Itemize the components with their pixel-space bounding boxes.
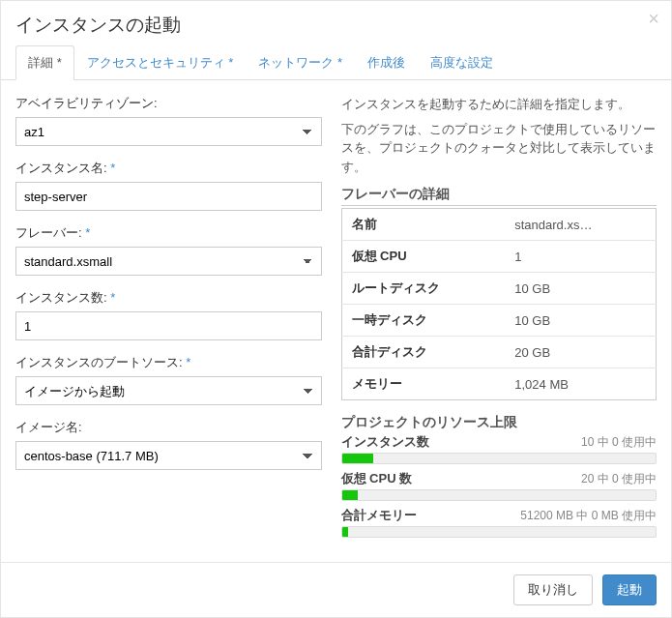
project-limits-title: プロジェクトのリソース上限 [341, 414, 657, 431]
tab-advanced[interactable]: 高度な設定 [418, 45, 506, 80]
form-column: アベイラビリティゾーン: az1 インスタンス名: * フレーバー: * sta… [15, 95, 336, 547]
detail-key-name: 名前 [341, 209, 505, 241]
modal-body: アベイラビリティゾーン: az1 インスタンス名: * フレーバー: * sta… [1, 80, 671, 562]
flavor-label: フレーバー: * [15, 224, 322, 242]
progress-bar-instances [342, 454, 373, 463]
detail-val-name: standard.xs… [505, 209, 656, 241]
info-column: インスタンスを起動するために詳細を指定します。 下のグラフは、このプロジェクトで… [336, 95, 657, 547]
limit-name-memory: 合計メモリー [341, 507, 417, 524]
image-name-select[interactable]: centos-base (711.7 MB) [15, 441, 322, 470]
progress-memory [341, 526, 657, 538]
modal-header: インスタンスの起動 × [1, 1, 671, 45]
progress-bar-memory [342, 527, 348, 537]
limit-stat-instances: 10 中 0 使用中 [581, 434, 657, 451]
progress-instances [341, 453, 657, 464]
detail-val-memory: 1,024 MB [505, 368, 656, 400]
tab-network[interactable]: ネットワーク * [246, 45, 355, 80]
flavor-select[interactable]: standard.xsmall [15, 247, 322, 276]
limit-name-instances: インスタンス数 [341, 433, 429, 451]
detail-val-vcpu: 1 [505, 241, 656, 273]
availability-zone-select[interactable]: az1 [15, 117, 322, 146]
modal-footer: 取り消し 起動 [1, 562, 671, 617]
progress-bar-vcpus [342, 490, 358, 500]
tab-access-security[interactable]: アクセスとセキュリティ * [74, 45, 247, 80]
limit-instances: インスタンス数 10 中 0 使用中 [341, 433, 657, 464]
flavor-details-table: 名前 standard.xs… 仮想 CPU 1 ルートディスク 10 GB 一… [341, 208, 657, 400]
detail-key-rootdisk: ルートディスク [341, 273, 505, 305]
availability-zone-label: アベイラビリティゾーン: [15, 95, 322, 112]
instance-count-label: インスタンス数: * [15, 289, 322, 307]
flavor-details-title: フレーバーの詳細 [341, 186, 657, 206]
cancel-button[interactable]: 取り消し [513, 574, 593, 605]
tab-post-creation[interactable]: 作成後 [355, 45, 418, 80]
detail-val-rootdisk: 10 GB [505, 273, 656, 305]
launch-button[interactable]: 起動 [602, 574, 657, 605]
close-icon[interactable]: × [648, 9, 659, 28]
table-row: 仮想 CPU 1 [341, 241, 657, 273]
launch-instance-modal: インスタンスの起動 × 詳細 * アクセスとセキュリティ * ネットワーク * … [0, 0, 672, 618]
boot-source-label: インスタンスのブートソース: * [15, 354, 322, 371]
table-row: メモリー 1,024 MB [341, 368, 657, 400]
limit-memory: 合計メモリー 51200 MB 中 0 MB 使用中 [341, 507, 657, 538]
table-row: ルートディスク 10 GB [341, 273, 657, 305]
limit-vcpus: 仮想 CPU 数 20 中 0 使用中 [341, 470, 657, 501]
instance-count-input[interactable] [15, 311, 322, 340]
detail-val-totaldisk: 20 GB [505, 337, 656, 368]
detail-val-tmpdisk: 10 GB [505, 305, 656, 337]
limit-name-vcpus: 仮想 CPU 数 [341, 470, 413, 487]
limit-stat-vcpus: 20 中 0 使用中 [581, 471, 657, 487]
instance-name-label: インスタンス名: * [15, 160, 322, 177]
instance-name-input[interactable] [15, 182, 322, 211]
progress-vcpus [341, 489, 657, 501]
detail-key-tmpdisk: 一時ディスク [341, 305, 505, 337]
detail-key-memory: メモリー [341, 368, 505, 400]
table-row: 合計ディスク 20 GB [341, 337, 657, 368]
description-1: インスタンスを起動するために詳細を指定します。 [341, 95, 657, 114]
detail-key-vcpu: 仮想 CPU [341, 241, 505, 273]
table-row: 一時ディスク 10 GB [341, 305, 657, 337]
detail-key-totaldisk: 合計ディスク [341, 337, 505, 368]
image-name-label: イメージ名: [15, 419, 322, 436]
boot-source-select[interactable]: イメージから起動 [15, 376, 322, 405]
modal-title: インスタンスの起動 [15, 13, 657, 38]
tabs: 詳細 * アクセスとセキュリティ * ネットワーク * 作成後 高度な設定 [1, 45, 671, 80]
table-row: 名前 standard.xs… [341, 209, 657, 241]
limit-stat-memory: 51200 MB 中 0 MB 使用中 [520, 508, 657, 524]
description-2: 下のグラフは、このプロジェクトで使用しているリソースを、プロジェクトのクォータと… [341, 120, 657, 177]
tab-detail[interactable]: 詳細 * [15, 45, 74, 80]
